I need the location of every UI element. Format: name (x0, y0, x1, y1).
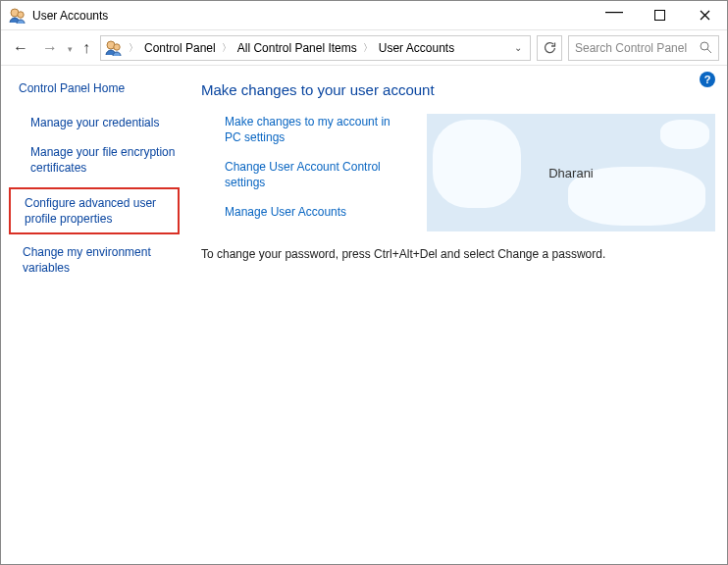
user-accounts-icon (9, 7, 26, 25)
toolbar: ← → ▾ ↑ 〉 Control Panel 〉 All Control Pa… (1, 30, 727, 66)
main-panel: ? Make changes to your user account Make… (193, 66, 727, 564)
breadcrumb-user-accounts[interactable]: User Accounts (379, 41, 454, 55)
help-button[interactable]: ? (700, 72, 715, 87)
back-button[interactable]: ← (9, 39, 32, 57)
action-pc-settings[interactable]: Make changes to my account in PC setting… (201, 114, 407, 145)
search-placeholder: Search Control Panel (575, 41, 700, 55)
content-area: Control Panel Home Manage your credentia… (1, 66, 727, 564)
maximize-button[interactable] (637, 1, 682, 30)
history-dropdown[interactable]: ▾ (68, 44, 73, 54)
sidebar-link-file-encryption[interactable]: Manage your file encryption certificates (19, 142, 183, 178)
forward-button[interactable]: → (38, 39, 62, 57)
profile-tile: Dharani (427, 114, 715, 231)
chevron-right-icon[interactable]: 〉 (127, 41, 140, 55)
sidebar-link-credentials[interactable]: Manage your credentials (19, 113, 183, 132)
action-links: Make changes to my account in PC setting… (201, 114, 407, 233)
sidebar: Control Panel Home Manage your credentia… (1, 66, 193, 564)
sidebar-link-advanced-profile[interactable]: Configure advanced user profile properti… (21, 193, 172, 229)
search-icon (700, 41, 712, 54)
chevron-right-icon[interactable]: 〉 (361, 41, 375, 55)
sidebar-link-env-variables[interactable]: Change my environment variables (19, 242, 183, 278)
page-heading: Make changes to your user account (201, 81, 715, 98)
highlighted-sidebar-item: Configure advanced user profile properti… (9, 187, 180, 234)
search-input[interactable]: Search Control Panel (568, 35, 719, 61)
address-bar[interactable]: 〉 Control Panel 〉 All Control Panel Item… (100, 35, 531, 61)
up-button[interactable]: ↑ (78, 39, 94, 57)
title-bar: User Accounts — (1, 1, 727, 30)
action-manage-accounts[interactable]: Manage User Accounts (201, 204, 407, 220)
address-dropdown[interactable]: ⌄ (514, 42, 526, 53)
svg-rect-2 (654, 11, 664, 21)
close-button[interactable] (682, 1, 727, 30)
profile-name: Dharani (548, 166, 594, 180)
svg-point-5 (701, 42, 708, 50)
action-uac-settings[interactable]: Change User Account Control settings (201, 159, 407, 190)
minimize-button[interactable]: — (592, 0, 637, 26)
password-hint-text: To change your password, press Ctrl+Alt+… (201, 247, 715, 261)
refresh-button[interactable] (537, 35, 562, 61)
window-title: User Accounts (32, 9, 108, 23)
breadcrumb-control-panel[interactable]: Control Panel (144, 41, 216, 55)
address-icon (105, 39, 123, 57)
control-panel-home-link[interactable]: Control Panel Home (19, 81, 183, 95)
svg-point-1 (18, 11, 24, 17)
breadcrumb-all-items[interactable]: All Control Panel Items (237, 41, 357, 55)
svg-point-4 (114, 43, 120, 49)
chevron-right-icon[interactable]: 〉 (220, 41, 234, 55)
